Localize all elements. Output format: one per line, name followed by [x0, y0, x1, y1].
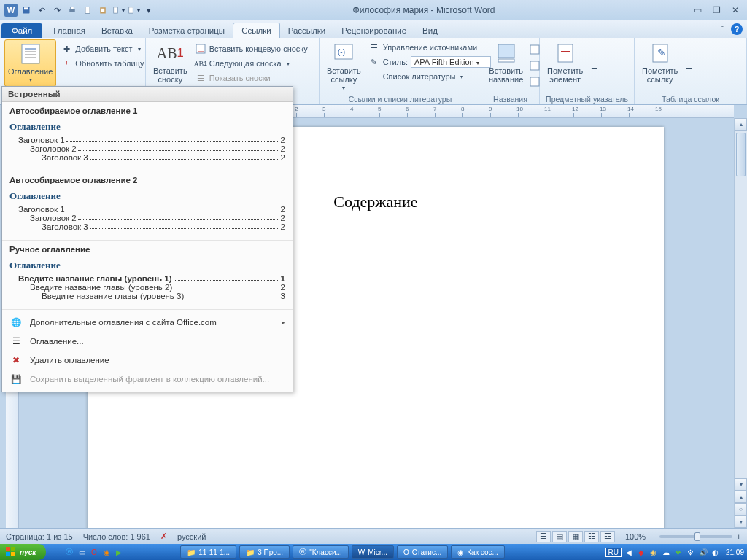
zoom-slider[interactable] — [659, 535, 732, 538]
scroll-thumb[interactable] — [736, 133, 746, 176]
file-tab[interactable]: Файл — [1, 23, 42, 38]
minimize-button[interactable]: ▭ — [690, 4, 705, 16]
citation-style[interactable]: ✎Стиль: APA Fifth Edition — [367, 55, 492, 69]
status-language[interactable]: русский — [177, 532, 206, 541]
tray-2-icon[interactable]: ◉ — [649, 547, 659, 557]
tray-3-icon[interactable]: ☁ — [661, 547, 671, 557]
tray-lang[interactable]: RU — [605, 548, 622, 557]
view-reading[interactable]: ▤ — [552, 531, 567, 542]
update-toc-button[interactable]: !Обновить таблицу — [59, 57, 145, 70]
insert-caption-button[interactable]: Вставить название — [486, 39, 526, 86]
show-footnotes-button[interactable]: ☰Показать сноски — [193, 71, 309, 85]
ql-media-icon[interactable]: ▶ — [114, 547, 124, 557]
zoom-in-button[interactable]: + — [737, 532, 741, 541]
insert-citation-button[interactable]: (-) Вставить ссылку▾ — [324, 39, 364, 94]
svg-rect-19 — [498, 59, 514, 62]
tab-references[interactable]: Ссылки — [233, 23, 280, 38]
qa-more-2[interactable] — [127, 4, 140, 17]
task-button[interactable]: 📁11-11-1... — [180, 545, 236, 559]
insert-endnote-button[interactable]: Вставить концевую сноску — [193, 42, 309, 55]
maximize-button[interactable]: ❐ — [709, 4, 724, 16]
toc-office-templates[interactable]: 🌐 Дополнительные оглавления с сайта Offi… — [2, 313, 293, 332]
svg-rect-18 — [498, 44, 514, 58]
ql-desktop-icon[interactable]: ▭ — [77, 547, 87, 557]
ql-opera-icon[interactable]: O — [89, 547, 99, 557]
start-button[interactable]: пуск — [0, 544, 46, 560]
task-button[interactable]: ◉Как сос... — [451, 545, 505, 559]
toc-gallery-item[interactable]: Автособираемое оглавление 2ОглавлениеЗаг… — [2, 171, 293, 241]
toc-preview-line: Заголовок 32 — [9, 153, 285, 162]
insert-footnote-button[interactable]: AB1 Вставить сноску — [150, 39, 190, 86]
close-button[interactable]: ✕ — [728, 4, 743, 16]
qa-customize[interactable]: ▾ — [142, 4, 155, 17]
task-button[interactable]: WMicr... — [352, 545, 394, 559]
task-button[interactable]: 📁3 Про... — [239, 545, 290, 559]
mark-entry-icon — [554, 42, 577, 65]
toc-gallery-item[interactable]: Автособираемое оглавление 1ОглавлениеЗаг… — [2, 102, 293, 171]
task-button[interactable]: ⓔ"Класси... — [293, 545, 349, 559]
scroll-up-button[interactable]: ▴ — [735, 118, 747, 131]
tab-mailings[interactable]: Рассылки — [280, 23, 334, 38]
tray-6-icon[interactable]: 🔊 — [698, 547, 708, 557]
tab-home[interactable]: Главная — [45, 23, 93, 38]
bibliography-button[interactable]: ☰Список литературы — [367, 70, 492, 83]
tab-layout[interactable]: Разметка страницы — [141, 23, 233, 38]
toc-remove[interactable]: ✖ Удалить оглавление — [2, 351, 293, 370]
add-text-button[interactable]: ✚Добавить текст — [59, 42, 145, 55]
update-icon: ! — [61, 58, 72, 69]
ql-ie-icon[interactable]: ⓔ — [64, 547, 74, 557]
manage-sources-button[interactable]: ☰Управление источниками — [367, 41, 492, 54]
auth-extra-2[interactable]: ☰ — [684, 60, 695, 71]
qa-more-1[interactable] — [112, 4, 125, 17]
view-print-layout[interactable]: ☰ — [536, 531, 551, 542]
mark-entry-button[interactable]: Пометить элемент — [544, 39, 586, 86]
zoom-level[interactable]: 100% — [625, 532, 646, 541]
mark-citation-button[interactable]: ✎ Пометить ссылку — [639, 39, 681, 86]
status-words[interactable]: Число слов: 1 961 — [83, 532, 150, 541]
status-proofing-icon[interactable]: ✗ — [160, 532, 167, 541]
help-icon[interactable]: ? — [731, 23, 743, 35]
ql-firefox-icon[interactable]: ◉ — [101, 547, 112, 557]
tray-1-icon[interactable]: ◆ — [636, 547, 646, 557]
tray-arrow-icon[interactable]: ◀ — [624, 547, 634, 557]
next-footnote-button[interactable]: AB1Следующая сноска — [193, 57, 309, 70]
qa-save-icon[interactable] — [20, 4, 33, 17]
task-button[interactable]: OСтатис... — [397, 545, 448, 559]
browse-object-button[interactable]: ○ — [735, 503, 747, 516]
qa-undo-icon[interactable]: ↶ — [35, 4, 48, 17]
next-page-button[interactable]: ▾ — [735, 516, 747, 528]
toc-custom[interactable]: ☰ Оглавление... — [2, 332, 293, 351]
qa-new-icon[interactable] — [81, 4, 94, 17]
toc-gallery-item[interactable]: Ручное оглавлениеОглавлениеВведите назва… — [2, 241, 293, 310]
view-draft[interactable]: ☲ — [600, 531, 615, 542]
endnote-icon — [195, 43, 206, 55]
tray-clock[interactable]: 21:09 — [726, 548, 744, 556]
scroll-down-button[interactable]: ▾ — [735, 478, 747, 491]
minimize-ribbon-icon[interactable]: ˆ — [716, 23, 728, 35]
view-web[interactable]: ▦ — [568, 531, 583, 542]
caption-extra-3[interactable] — [529, 76, 541, 88]
caption-extra-2[interactable] — [529, 60, 541, 71]
mark-entry-label: Пометить элемент — [547, 66, 583, 84]
qa-paste-icon[interactable] — [96, 4, 109, 17]
tab-insert[interactable]: Вставка — [93, 23, 141, 38]
style-select[interactable]: APA Fifth Edition — [411, 56, 491, 68]
tray-4-icon[interactable]: ❖ — [673, 547, 684, 557]
tab-view[interactable]: Вид — [414, 23, 446, 38]
toc-button[interactable]: Оглавление ▾ — [4, 39, 56, 87]
tab-review[interactable]: Рецензирование — [333, 23, 414, 38]
auth-extra-1[interactable]: ☰ — [684, 44, 695, 55]
index-extra-2[interactable]: ☰ — [589, 60, 600, 71]
tray-5-icon[interactable]: ⚙ — [686, 547, 696, 557]
prev-page-button[interactable]: ▴ — [735, 491, 747, 503]
qa-print-icon[interactable] — [66, 4, 79, 17]
qa-redo-icon[interactable]: ↷ — [50, 4, 63, 17]
zoom-thumb[interactable] — [694, 532, 700, 541]
scrollbar-vertical[interactable]: ▴ ▾ ▴ ○ ▾ — [734, 118, 747, 528]
tray-7-icon[interactable]: ◐ — [711, 547, 721, 557]
view-outline[interactable]: ☷ — [584, 531, 599, 542]
index-extra-1[interactable]: ☰ — [589, 44, 600, 55]
caption-extra-1[interactable] — [529, 44, 541, 55]
status-page[interactable]: Страница: 1 из 15 — [6, 532, 73, 541]
zoom-out-button[interactable]: − — [650, 532, 654, 541]
